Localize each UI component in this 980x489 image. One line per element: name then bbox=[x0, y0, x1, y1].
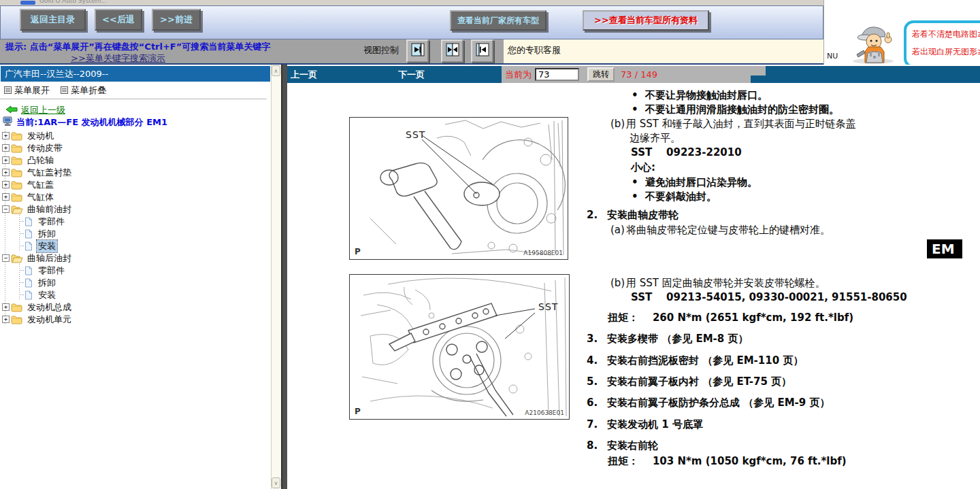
tree-item-label[interactable]: 安装 bbox=[37, 289, 57, 301]
sidebar-scrollbar[interactable] bbox=[271, 65, 281, 489]
line-marker: (b) bbox=[610, 118, 625, 130]
tree-item-label[interactable]: 零部件 bbox=[37, 216, 66, 228]
tree-toggle[interactable]: + bbox=[2, 132, 10, 139]
all-docs-button[interactable]: >>查看当前车型所有资料 bbox=[583, 10, 709, 31]
tree-item-label[interactable]: 气缸盖衬垫 bbox=[26, 167, 73, 179]
next-page-button[interactable]: 下一页 bbox=[398, 69, 425, 81]
back-up-link[interactable]: 返回上一级 bbox=[5, 103, 65, 116]
tree-item-label[interactable]: 拆卸 bbox=[37, 228, 57, 240]
tree-row[interactable]: 拆卸 bbox=[0, 276, 259, 288]
tree-row[interactable]: +气缸盖衬垫 bbox=[0, 166, 259, 178]
content-area: 上一页 下一页 当前为 跳转 73 / 149 bbox=[287, 65, 980, 489]
tree-row[interactable]: −曲轴前油封 bbox=[0, 203, 259, 215]
scroll-up-icon[interactable]: ∧ bbox=[272, 65, 280, 76]
doc-line: 扭矩： 260 N*m (2651 kgf*cm, 192 ft.*lbf) bbox=[587, 311, 978, 326]
tree-item-label[interactable]: 凸轮轴 bbox=[26, 154, 55, 167]
current-node: 当前:1AR—FE 发动机机械部分 EM1 bbox=[3, 116, 167, 129]
tree-item-label[interactable]: 发动机 bbox=[26, 130, 55, 142]
tree-toggle[interactable]: + bbox=[2, 144, 10, 152]
sidebar-divider bbox=[0, 99, 267, 99]
help-line-1[interactable]: 若看不清楚电路图≥ bbox=[912, 29, 980, 40]
tree-row[interactable]: 安装 bbox=[0, 239, 259, 252]
line-marker: 2. bbox=[587, 209, 598, 221]
help-line-2[interactable]: 若出现白屏无图形≥ bbox=[912, 46, 980, 58]
prev-page-button[interactable]: 上一页 bbox=[291, 69, 317, 81]
tree-toggle[interactable]: + bbox=[2, 181, 10, 188]
line-marker: • bbox=[632, 89, 638, 101]
tree-item-label[interactable]: 拆卸 bbox=[37, 277, 57, 289]
jump-button[interactable]: 跳转 bbox=[587, 67, 615, 82]
line-text: 安装发动机 1 号底罩 bbox=[607, 418, 703, 431]
tree: +发动机+传动皮带+凸轮轴+气缸盖衬垫+气缸盖+气缸体−曲轴前油封零部件拆卸安装… bbox=[0, 129, 259, 325]
doc-line: 2.安装曲轴皮带轮 bbox=[587, 209, 978, 223]
back-button[interactable]: <<后退 bbox=[95, 9, 142, 31]
line-marker: • bbox=[632, 103, 638, 116]
tree-toggle[interactable]: + bbox=[2, 193, 10, 201]
tree-row[interactable]: 拆卸 bbox=[0, 227, 259, 239]
doc-line: (b)用 SST 和锤子敲入油封，直到其表面与正时链条盖 bbox=[587, 118, 978, 132]
doc-line: 7.安装发动机 1 号底罩 bbox=[587, 418, 978, 433]
menu-expand-label: 菜单展开 bbox=[14, 84, 50, 97]
tree-item-label[interactable]: 曲轴前油封 bbox=[26, 203, 73, 216]
doc-line: •不要让异物接触油封唇口。 bbox=[587, 89, 978, 103]
pager-bar: 上一页 下一页 当前为 跳转 73 / 149 bbox=[287, 66, 980, 83]
line-text: 扭矩： 103 N*m (1050 kgf*cm, 76 ft.*lbf) bbox=[608, 455, 847, 468]
tree-row[interactable]: +凸轮轴 bbox=[0, 154, 259, 166]
line-marker: • bbox=[632, 176, 638, 188]
doc-line: •不要让通用润滑脂接触油封的防尘密封圈。 bbox=[587, 103, 978, 118]
tree-row[interactable]: −曲轴后油封 bbox=[0, 252, 259, 264]
folder-icon bbox=[11, 314, 22, 327]
panel-resize-handle[interactable] bbox=[281, 65, 287, 489]
doc-line: 3.安装多楔带 （参见 EM-8 页） bbox=[587, 333, 978, 347]
menu-collapse-button[interactable]: 菜单折叠 bbox=[61, 84, 106, 97]
line-text: 小心: bbox=[631, 161, 655, 174]
page-jump-box: 当前为 跳转 73 / 149 bbox=[502, 66, 751, 83]
forward-button[interactable]: >>前进 bbox=[152, 9, 201, 31]
figure-corner-label: P bbox=[355, 407, 361, 416]
view-expand-right-button[interactable] bbox=[406, 39, 429, 63]
tree-toggle[interactable]: + bbox=[2, 156, 10, 164]
tree-item-label[interactable]: 气缸体 bbox=[26, 191, 55, 203]
current-node-label: 当前:1AR—FE 发动机机械部分 EM1 bbox=[16, 116, 167, 129]
view-control-label: 视图控制 bbox=[363, 44, 399, 56]
tree-row[interactable]: +气缸盖 bbox=[0, 178, 259, 190]
line-marker: 7. bbox=[587, 418, 598, 431]
line-text: 将曲轴皮带轮定位键与皮带轮上的键槽对准。 bbox=[626, 224, 830, 237]
view-expand-left-button[interactable] bbox=[471, 39, 493, 63]
tree-row[interactable]: 零部件 bbox=[0, 264, 259, 276]
line-text: 用 SST 固定曲轴皮带轮并安装皮带轮螺栓。 bbox=[626, 277, 826, 290]
tree-row[interactable]: 安装 bbox=[0, 288, 259, 301]
tree-toggle[interactable]: + bbox=[2, 169, 10, 176]
figure-drawing bbox=[350, 275, 568, 418]
tree-toggle[interactable]: − bbox=[2, 205, 10, 213]
tree-row[interactable]: +发动机 bbox=[0, 129, 259, 141]
tree-item-label[interactable]: 安装 bbox=[37, 240, 57, 252]
doc-line: 4.安装右前挡泥板密封 （参见 EM-110 页） bbox=[587, 354, 978, 369]
scroll-down-icon[interactable]: ∨ bbox=[272, 477, 280, 488]
tree-row[interactable]: 零部件 bbox=[0, 215, 259, 227]
tree-row[interactable]: +传动皮带 bbox=[0, 141, 259, 154]
figure-code: A195808E01 bbox=[523, 250, 563, 256]
tree-item-label[interactable]: 发动机总成 bbox=[26, 301, 73, 314]
tree-item-label[interactable]: 传动皮带 bbox=[26, 142, 64, 154]
tree-item-label[interactable]: 曲轴后油封 bbox=[26, 252, 73, 265]
tree-row[interactable]: +发动机单元 bbox=[0, 313, 259, 325]
page-input[interactable] bbox=[535, 68, 579, 81]
sst-label: SST bbox=[538, 301, 558, 312]
tree-toggle[interactable]: + bbox=[2, 303, 10, 311]
line-marker: 5. bbox=[587, 375, 598, 388]
tree-row[interactable]: +气缸体 bbox=[0, 190, 259, 203]
all-models-button[interactable]: 查看当前厂家所有车型 bbox=[450, 10, 546, 31]
tree-toggle[interactable]: + bbox=[2, 316, 10, 323]
view-split-button[interactable] bbox=[441, 39, 463, 63]
tree-item-label[interactable]: 发动机单元 bbox=[26, 314, 73, 326]
menu-expand-button[interactable]: 菜单展开 bbox=[4, 84, 50, 97]
home-button[interactable]: 返回主目录 bbox=[20, 9, 86, 31]
doc-line: 扭矩： 103 N*m (1050 kgf*cm, 76 ft.*lbf) bbox=[587, 455, 978, 469]
tree-item-label[interactable]: 零部件 bbox=[37, 265, 66, 277]
doc-line: •避免油封唇口沾染异物。 bbox=[587, 176, 978, 190]
figure-corner-label: P bbox=[355, 247, 361, 256]
tree-toggle[interactable]: − bbox=[2, 254, 10, 262]
tree-item-label[interactable]: 气缸盖 bbox=[26, 179, 55, 191]
tree-row[interactable]: +发动机总成 bbox=[0, 301, 259, 313]
